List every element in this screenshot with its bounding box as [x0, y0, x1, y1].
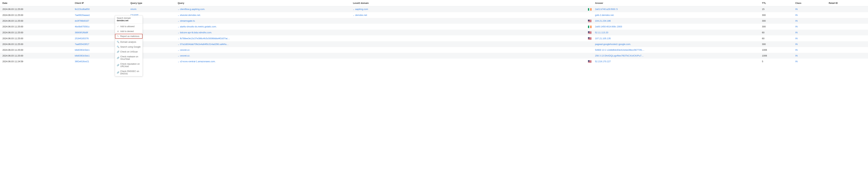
chevron-down-icon[interactable]: ⌄ — [178, 14, 179, 17]
answer-link[interactable]: gslb-2.demdex.net. — [595, 14, 614, 17]
cell-ttl: 5 — [760, 59, 793, 64]
client-ip-link[interactable]: 2f194f165376 — [75, 37, 89, 40]
class-link[interactable]: IN — [795, 37, 798, 40]
chevron-down-icon[interactable]: ⌄ — [178, 26, 179, 28]
class-link[interactable]: IN — [795, 8, 798, 10]
col-class[interactable]: Class — [793, 0, 826, 6]
class-link[interactable]: IN — [795, 43, 798, 46]
answer-link[interactable]: 2a01:b740:a26:f000::5 — [595, 8, 618, 10]
context-menu-item[interactable]: 🔗Check on UrlScan — [115, 49, 143, 54]
class-link[interactable]: IN — [795, 14, 798, 17]
cell-query: ⌄fb788ee3e13c37e386c4fc5c50068dbd4f2d37a… — [175, 35, 350, 41]
col-query[interactable]: Query — [175, 0, 350, 6]
col-client-ip[interactable]: Client IP — [72, 0, 128, 6]
cell-flag — [573, 41, 592, 47]
client-ip-link[interactable]: 36909f1f6d9f — [75, 31, 88, 34]
table-header-row: Date Client IP Query type Query Level2 d… — [0, 0, 868, 6]
answer-link[interactable]: 107.21.105.135 — [595, 37, 611, 40]
level2-domain-link[interactable]: demdex.net — [355, 14, 367, 17]
answer-link[interactable]: 256 3 13 DhADQLsgvfItex76fJTkCX/zICK/Pu7… — [595, 54, 644, 57]
class-link[interactable]: IN — [795, 31, 798, 34]
col-date[interactable]: Date — [0, 0, 72, 6]
client-ip-link[interactable]: 36f2e818ce21 — [75, 60, 89, 63]
query-link[interactable]: bdcore-apr-lb.bda.ndmdhs.com. — [180, 31, 212, 34]
answer-link[interactable]: 52.219.170.227 — [595, 60, 611, 63]
query-link[interactable]: ata4iu-dnsotls-ds.metric.gstatic.com. — [180, 25, 217, 28]
class-link[interactable]: IN — [795, 54, 798, 57]
menu-item-icon: 🔗 — [117, 57, 119, 59]
cell-answer: 52.11.113.20 — [592, 30, 760, 35]
answer-link[interactable]: 52.11.113.20 — [595, 31, 608, 34]
client-ip-link[interactable]: 9c223cd6a650 — [75, 8, 90, 10]
answer-link[interactable]: pagead-googlehosted.l.google.com. — [595, 43, 631, 46]
context-menu-item[interactable]: ⊘Add to denied — [115, 29, 143, 34]
cell-class: IN — [793, 12, 826, 18]
cell-query: ⌄cesnet.cz. — [175, 53, 350, 59]
class-link[interactable]: IN — [795, 25, 798, 28]
chevron-down-icon[interactable]: ⌄ — [178, 31, 179, 34]
cell-class: IN — [793, 53, 826, 59]
chevron-down-icon[interactable]: ⌄ — [178, 43, 179, 46]
flag-ie-icon — [588, 8, 591, 11]
class-link[interactable]: IN — [795, 49, 798, 51]
cell-query: ⌄streamsgate.tv. — [175, 18, 350, 24]
col-ttl[interactable]: TTL — [760, 0, 793, 6]
menu-item-icon: ✎ — [117, 35, 119, 37]
answer-link[interactable]: 54900 13 2 c2e8d64c63e414cbe28bcc56773f1… — [595, 49, 644, 51]
class-link[interactable]: IN — [795, 60, 798, 63]
chevron-down-icon[interactable]: ⌄ — [178, 37, 179, 40]
col-retail-id[interactable]: Retail ID — [826, 0, 868, 6]
cell-query: ⌄clientflow.g.aaplimg.com. — [175, 6, 350, 12]
chevron-down-icon[interactable]: ⌄ — [178, 49, 179, 51]
cell-date: 2024.06.03 11:24:59 — [0, 59, 72, 64]
cell-flag — [573, 47, 592, 53]
client-ip-link[interactable]: 4bc6b875591c — [75, 25, 90, 28]
cell-flag — [573, 35, 592, 41]
cell-retail-id — [826, 53, 868, 59]
answer-link[interactable]: 2a00:1450:4014:80b::2003 — [595, 25, 622, 28]
cell-ttl: 1006 — [760, 47, 793, 53]
context-menu-item[interactable]: 🔗Check reputation on URLVoid — [115, 61, 143, 64]
flag-us-icon — [588, 60, 591, 63]
query-link[interactable]: cesnet.cz. — [180, 49, 190, 51]
cell-date: 2024.06.03 11:25:00 — [0, 18, 72, 24]
client-ip-link[interactable]: b8d0363c5dc1 — [75, 54, 90, 57]
chevron-down-icon[interactable]: ⌄ — [178, 8, 179, 10]
query-link[interactable]: elsevier.demdex.net. — [180, 14, 200, 17]
query-type-link[interactable]: AAAA — [130, 8, 136, 10]
context-menu-item[interactable]: ✓Add to allowed — [115, 24, 143, 29]
menu-item-icon: ✓ — [117, 25, 119, 28]
client-ip-link[interactable]: dc0f786b9167 — [75, 20, 89, 22]
answer-link[interactable]: 104.21.234.186 — [595, 20, 611, 22]
col-answer[interactable]: Answer — [592, 0, 760, 6]
query-link[interactable]: fb788ee3e13c37e386c4fc5c50068dbd4f2d37ac… — [180, 37, 230, 40]
cell-ttl: 300 — [760, 24, 793, 30]
cell-class: IN — [793, 59, 826, 64]
chevron-down-icon[interactable]: ⌄ — [178, 55, 179, 57]
col-query-type[interactable]: Query type — [128, 0, 175, 6]
cell-client-ip: 9c223cd6a650 — [72, 6, 128, 12]
flag-us-icon — [588, 20, 591, 22]
query-link[interactable]: s3-w.eu-central-1.amazonaws.com. — [180, 60, 215, 63]
query-link[interactable]: clientflow.g.aaplimg.com. — [180, 8, 205, 10]
chevron-down-icon[interactable]: ⌄ — [178, 20, 179, 22]
col-level2-domain[interactable]: Level2 domain — [350, 0, 592, 6]
chevron-down-icon[interactable]: ⌄ — [178, 60, 179, 63]
query-link[interactable]: cesnet.cz. — [180, 54, 190, 57]
context-menu-item[interactable]: ✎Report as malicious — [115, 34, 143, 39]
context-menu-item[interactable]: 🔍Search using Google — [115, 45, 143, 49]
cell-ttl: 300 — [760, 18, 793, 24]
chevron-down-icon[interactable]: ⌄ — [353, 8, 354, 10]
query-link[interactable]: streamsgate.tv. — [180, 20, 195, 22]
client-ip-link[interactable]: 7ae6920aaaa1 — [75, 14, 90, 17]
cell-ttl: 60 — [760, 30, 793, 35]
context-menu-item[interactable]: 🔍Domain analysis — [115, 39, 143, 45]
client-ip-link[interactable]: 7aa655426f17 — [75, 43, 89, 46]
client-ip-link[interactable]: b8d0363c5dc1 — [75, 49, 90, 51]
cell-date: 2024.06.03 11:25:00 — [0, 35, 72, 41]
query-link[interactable]: 07a1db54dab70fe2e4a64f0c314ad298.safefra… — [180, 43, 229, 46]
context-menu-item[interactable]: 🔗Check malware on VirusTotal — [115, 54, 143, 61]
level2-domain-link[interactable]: aaplimg.com — [355, 8, 368, 10]
class-link[interactable]: IN — [795, 20, 798, 22]
chevron-down-icon[interactable]: ⌄ — [353, 14, 354, 17]
